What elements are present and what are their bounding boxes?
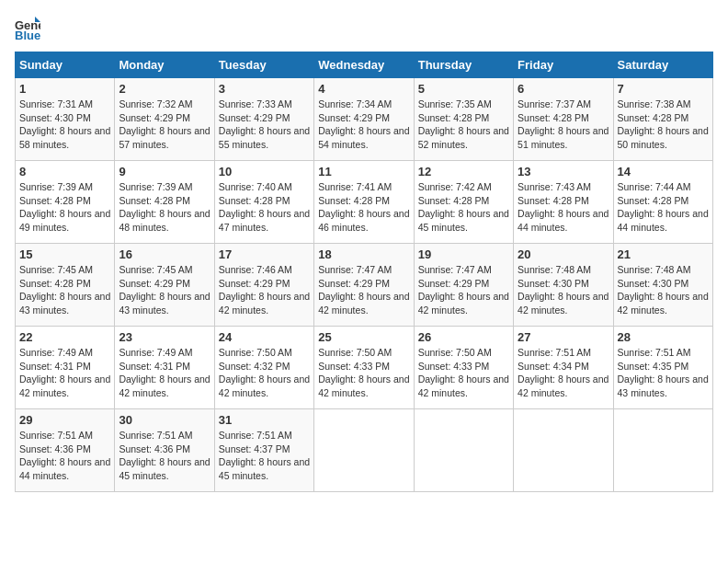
page-header: General Blue (15, 15, 713, 40)
day-number: 30 (119, 413, 210, 427)
calendar-cell: 6Sunrise: 7:37 AMSunset: 4:28 PMDaylight… (514, 78, 613, 161)
calendar-cell: 21Sunrise: 7:48 AMSunset: 4:30 PMDayligh… (613, 244, 712, 327)
day-info: Sunrise: 7:46 AMSunset: 4:29 PMDaylight:… (219, 263, 310, 317)
weekday-header-wednesday: Wednesday (314, 52, 414, 78)
day-info: Sunrise: 7:44 AMSunset: 4:28 PMDaylight:… (618, 180, 709, 235)
calendar-cell: 18Sunrise: 7:47 AMSunset: 4:29 PMDayligh… (314, 244, 414, 327)
day-number: 5 (418, 82, 509, 96)
day-info: Sunrise: 7:39 AMSunset: 4:28 PMDaylight:… (119, 180, 210, 235)
calendar-cell: 23Sunrise: 7:49 AMSunset: 4:31 PMDayligh… (115, 327, 214, 409)
day-info: Sunrise: 7:45 AMSunset: 4:29 PMDaylight:… (119, 263, 210, 317)
day-number: 11 (318, 165, 409, 178)
svg-text:Blue: Blue (15, 29, 40, 40)
day-info: Sunrise: 7:51 AMSunset: 4:36 PMDaylight:… (119, 429, 210, 483)
day-number: 16 (119, 247, 210, 261)
calendar-cell: 11Sunrise: 7:41 AMSunset: 4:28 PMDayligh… (314, 161, 414, 244)
weekday-header-thursday: Thursday (414, 52, 513, 78)
calendar-cell (613, 409, 712, 492)
day-info: Sunrise: 7:47 AMSunset: 4:29 PMDaylight:… (418, 263, 509, 317)
day-number: 7 (618, 82, 709, 96)
day-number: 2 (119, 82, 210, 96)
day-number: 8 (19, 165, 110, 178)
calendar-cell: 24Sunrise: 7:50 AMSunset: 4:32 PMDayligh… (214, 327, 313, 409)
calendar-cell: 31Sunrise: 7:51 AMSunset: 4:37 PMDayligh… (214, 409, 313, 492)
calendar-cell: 22Sunrise: 7:49 AMSunset: 4:31 PMDayligh… (16, 327, 115, 409)
day-number: 13 (518, 165, 609, 178)
day-info: Sunrise: 7:51 AMSunset: 4:34 PMDaylight:… (518, 346, 609, 400)
day-info: Sunrise: 7:51 AMSunset: 4:36 PMDaylight:… (19, 429, 110, 483)
calendar-cell: 7Sunrise: 7:38 AMSunset: 4:28 PMDaylight… (613, 78, 712, 161)
calendar-cell: 17Sunrise: 7:46 AMSunset: 4:29 PMDayligh… (214, 244, 313, 327)
day-number: 12 (418, 165, 509, 178)
day-info: Sunrise: 7:39 AMSunset: 4:28 PMDaylight:… (19, 180, 110, 235)
day-info: Sunrise: 7:50 AMSunset: 4:32 PMDaylight:… (219, 346, 310, 400)
day-info: Sunrise: 7:41 AMSunset: 4:28 PMDaylight:… (318, 180, 409, 235)
calendar-cell: 27Sunrise: 7:51 AMSunset: 4:34 PMDayligh… (514, 327, 613, 409)
day-info: Sunrise: 7:50 AMSunset: 4:33 PMDaylight:… (418, 346, 509, 400)
day-number: 20 (518, 247, 609, 261)
day-info: Sunrise: 7:38 AMSunset: 4:28 PMDaylight:… (618, 98, 709, 152)
day-number: 6 (518, 82, 609, 96)
day-info: Sunrise: 7:33 AMSunset: 4:29 PMDaylight:… (219, 98, 310, 152)
calendar-cell: 2Sunrise: 7:32 AMSunset: 4:29 PMDaylight… (115, 78, 214, 161)
day-number: 29 (19, 413, 110, 427)
day-info: Sunrise: 7:48 AMSunset: 4:30 PMDaylight:… (618, 263, 709, 317)
day-number: 9 (119, 165, 210, 178)
day-info: Sunrise: 7:31 AMSunset: 4:30 PMDaylight:… (19, 98, 110, 152)
day-number: 15 (19, 247, 110, 261)
day-number: 26 (418, 330, 509, 344)
day-info: Sunrise: 7:35 AMSunset: 4:28 PMDaylight:… (418, 98, 509, 152)
calendar-cell: 10Sunrise: 7:40 AMSunset: 4:28 PMDayligh… (214, 161, 313, 244)
logo: General Blue (15, 15, 44, 40)
day-info: Sunrise: 7:37 AMSunset: 4:28 PMDaylight:… (518, 98, 609, 152)
day-number: 10 (219, 165, 310, 178)
day-number: 3 (219, 82, 310, 96)
day-number: 18 (318, 247, 409, 261)
day-number: 14 (618, 165, 709, 178)
calendar-cell: 30Sunrise: 7:51 AMSunset: 4:36 PMDayligh… (115, 409, 214, 492)
day-number: 25 (318, 330, 409, 344)
day-info: Sunrise: 7:42 AMSunset: 4:28 PMDaylight:… (418, 180, 509, 235)
weekday-header-sunday: Sunday (16, 52, 115, 78)
day-info: Sunrise: 7:32 AMSunset: 4:29 PMDaylight:… (119, 98, 210, 152)
day-info: Sunrise: 7:49 AMSunset: 4:31 PMDaylight:… (19, 346, 110, 400)
calendar-cell: 12Sunrise: 7:42 AMSunset: 4:28 PMDayligh… (414, 161, 513, 244)
day-info: Sunrise: 7:51 AMSunset: 4:35 PMDaylight:… (618, 346, 709, 400)
day-number: 4 (318, 82, 409, 96)
day-info: Sunrise: 7:47 AMSunset: 4:29 PMDaylight:… (318, 263, 409, 317)
calendar-cell: 4Sunrise: 7:34 AMSunset: 4:29 PMDaylight… (314, 78, 414, 161)
day-number: 23 (119, 330, 210, 344)
calendar-cell: 13Sunrise: 7:43 AMSunset: 4:28 PMDayligh… (514, 161, 613, 244)
day-info: Sunrise: 7:43 AMSunset: 4:28 PMDaylight:… (518, 180, 609, 235)
day-info: Sunrise: 7:51 AMSunset: 4:37 PMDaylight:… (219, 429, 310, 483)
calendar-cell: 5Sunrise: 7:35 AMSunset: 4:28 PMDaylight… (414, 78, 513, 161)
weekday-header-tuesday: Tuesday (214, 52, 313, 78)
day-info: Sunrise: 7:50 AMSunset: 4:33 PMDaylight:… (318, 346, 409, 400)
calendar-cell (514, 409, 613, 492)
calendar-cell: 28Sunrise: 7:51 AMSunset: 4:35 PMDayligh… (613, 327, 712, 409)
day-number: 21 (618, 247, 709, 261)
weekday-header-friday: Friday (514, 52, 613, 78)
calendar-cell: 29Sunrise: 7:51 AMSunset: 4:36 PMDayligh… (16, 409, 115, 492)
weekday-header-monday: Monday (115, 52, 214, 78)
calendar-cell (314, 409, 414, 492)
calendar-table: SundayMondayTuesdayWednesdayThursdayFrid… (15, 52, 713, 492)
calendar-cell: 3Sunrise: 7:33 AMSunset: 4:29 PMDaylight… (214, 78, 313, 161)
calendar-cell (414, 409, 513, 492)
day-number: 24 (219, 330, 310, 344)
calendar-cell: 19Sunrise: 7:47 AMSunset: 4:29 PMDayligh… (414, 244, 513, 327)
calendar-cell: 14Sunrise: 7:44 AMSunset: 4:28 PMDayligh… (613, 161, 712, 244)
day-info: Sunrise: 7:45 AMSunset: 4:28 PMDaylight:… (19, 263, 110, 317)
calendar-cell: 16Sunrise: 7:45 AMSunset: 4:29 PMDayligh… (115, 244, 214, 327)
calendar-cell: 20Sunrise: 7:48 AMSunset: 4:30 PMDayligh… (514, 244, 613, 327)
calendar-cell: 8Sunrise: 7:39 AMSunset: 4:28 PMDaylight… (16, 161, 115, 244)
calendar-cell: 26Sunrise: 7:50 AMSunset: 4:33 PMDayligh… (414, 327, 513, 409)
calendar-cell: 25Sunrise: 7:50 AMSunset: 4:33 PMDayligh… (314, 327, 414, 409)
day-number: 1 (19, 82, 110, 96)
day-info: Sunrise: 7:48 AMSunset: 4:30 PMDaylight:… (518, 263, 609, 317)
day-number: 17 (219, 247, 310, 261)
calendar-cell: 1Sunrise: 7:31 AMSunset: 4:30 PMDaylight… (16, 78, 115, 161)
day-info: Sunrise: 7:40 AMSunset: 4:28 PMDaylight:… (219, 180, 310, 235)
day-number: 19 (418, 247, 509, 261)
day-number: 28 (618, 330, 709, 344)
